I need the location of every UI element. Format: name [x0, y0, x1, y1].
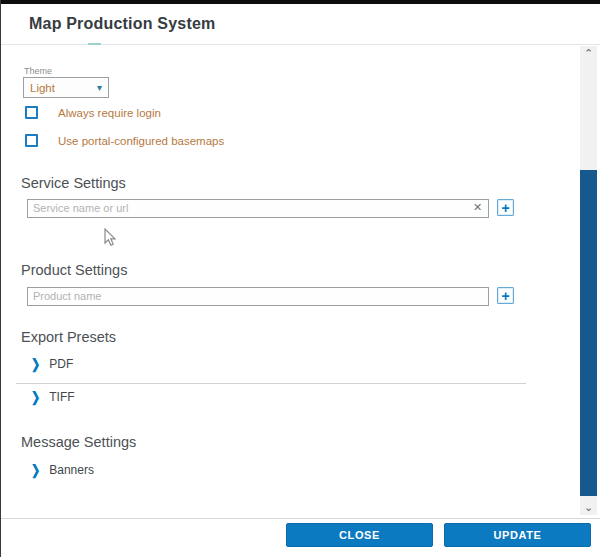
- chevron-right-icon: ❯: [31, 357, 40, 371]
- chevron-right-icon: ❯: [31, 463, 40, 477]
- checkbox-label: Always require login: [58, 107, 161, 119]
- export-presets-heading: Export Presets: [21, 329, 116, 345]
- checkbox-label: Use portal-configured basemaps: [58, 135, 224, 147]
- update-button[interactable]: UPDATE: [444, 523, 591, 547]
- map-production-system-dialog: Map Production System Theme Light ▾ Alwa…: [0, 0, 600, 557]
- pdf-preset-expander[interactable]: ❯ PDF: [31, 357, 73, 371]
- mouse-cursor: [104, 228, 116, 247]
- expander-label: Banners: [49, 463, 94, 477]
- always-require-login-checkbox[interactable]: [25, 106, 38, 119]
- service-input-wrap: ✕: [27, 198, 489, 217]
- product-settings-heading: Product Settings: [21, 262, 127, 278]
- page-title: Map Production System: [29, 15, 215, 33]
- always-require-login-option[interactable]: Always require login: [25, 106, 161, 119]
- portal-basemaps-checkbox[interactable]: [25, 134, 38, 147]
- banners-expander[interactable]: ❯ Banners: [31, 463, 94, 477]
- scrollbar-thumb[interactable]: [580, 170, 597, 496]
- preset-divider: [16, 383, 526, 384]
- settings-scroll-area: Theme Light ▾ Always require login Use p…: [1, 45, 579, 518]
- expander-label: PDF: [49, 357, 73, 371]
- theme-select[interactable]: Light ▾: [23, 77, 109, 98]
- theme-selected-value: Light: [30, 82, 55, 94]
- scroll-down-icon[interactable]: ⌄: [580, 500, 597, 515]
- chevron-down-icon: ▾: [97, 83, 102, 93]
- service-settings-heading: Service Settings: [21, 175, 126, 191]
- chevron-right-icon: ❯: [31, 390, 40, 404]
- tiff-preset-expander[interactable]: ❯ TIFF: [31, 390, 75, 404]
- add-service-button[interactable]: +: [497, 199, 514, 216]
- scroll-up-icon[interactable]: ⌃: [580, 46, 597, 61]
- theme-label: Theme: [24, 66, 52, 76]
- product-name-input[interactable]: [27, 287, 489, 306]
- expander-label: TIFF: [49, 390, 74, 404]
- service-name-input[interactable]: [27, 199, 489, 218]
- close-button[interactable]: CLOSE: [286, 523, 433, 547]
- dialog-footer: CLOSE UPDATE: [1, 518, 600, 557]
- message-settings-heading: Message Settings: [21, 434, 136, 450]
- add-product-button[interactable]: +: [497, 287, 514, 304]
- dialog-header: Map Production System: [1, 4, 600, 45]
- clear-icon[interactable]: ✕: [470, 200, 485, 215]
- vertical-scrollbar[interactable]: ⌃ ⌄: [580, 46, 597, 515]
- portal-basemaps-option[interactable]: Use portal-configured basemaps: [25, 134, 224, 147]
- product-input-wrap: [27, 286, 489, 305]
